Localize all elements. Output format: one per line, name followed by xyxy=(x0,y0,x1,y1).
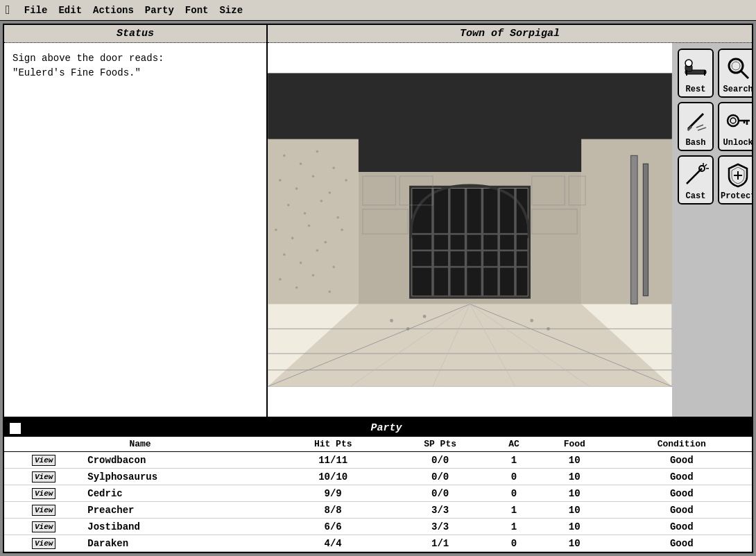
rest-button[interactable]: Rest xyxy=(678,49,714,98)
svg-point-48 xyxy=(316,249,319,252)
party-checkbox[interactable] xyxy=(10,423,21,434)
menu-edit[interactable]: Edit xyxy=(58,5,82,16)
member-ac-4: 1 xyxy=(490,519,538,535)
svg-point-39 xyxy=(320,200,323,202)
svg-point-28 xyxy=(283,155,286,157)
table-row: View Preacher 8/8 3/3 1 10 Good xyxy=(4,502,752,519)
svg-point-30 xyxy=(316,150,319,153)
party-title: Party xyxy=(26,422,746,434)
view-button-4[interactable]: View xyxy=(32,521,55,532)
rest-icon xyxy=(680,53,711,83)
table-row: View Cedric 9/9 0/0 0 10 Good xyxy=(4,485,752,502)
view-button-0[interactable]: View xyxy=(32,455,55,466)
member-food-4: 10 xyxy=(538,519,611,535)
table-row: View Sylphosaurus 10/10 0/0 0 10 Good xyxy=(4,469,752,485)
status-text: Sign above the door reads:"Eulerd's Fine… xyxy=(12,53,164,78)
svg-point-74 xyxy=(732,62,740,70)
svg-point-29 xyxy=(300,163,302,166)
col-food: Food xyxy=(538,437,611,452)
svg-rect-54 xyxy=(631,155,638,304)
member-food-2: 10 xyxy=(538,485,611,502)
col-name: Name xyxy=(4,437,276,452)
action-panel: Rest Search xyxy=(672,43,752,417)
game-header: Town of Sorpigal xyxy=(268,25,752,43)
table-row: View Daraken 4/4 1/1 0 10 Good xyxy=(4,535,752,552)
svg-point-66 xyxy=(547,327,550,331)
view-button-5[interactable]: View xyxy=(32,538,55,549)
svg-point-35 xyxy=(328,191,331,194)
svg-point-62 xyxy=(390,319,393,322)
view-btn-cell: View xyxy=(4,535,83,552)
member-condition-1: Good xyxy=(611,469,752,485)
top-area: Status Sign above the door reads:"Eulerd… xyxy=(4,25,752,418)
member-ac-3: 1 xyxy=(490,502,538,519)
svg-rect-15 xyxy=(581,139,672,304)
view-btn-cell: View xyxy=(4,452,83,469)
protect-button[interactable]: Protect xyxy=(718,155,752,205)
svg-point-38 xyxy=(304,212,307,215)
apple-menu[interactable]:  xyxy=(6,3,13,17)
member-food-0: 10 xyxy=(538,452,611,469)
unlock-button[interactable]: Unlock xyxy=(718,102,752,151)
member-ac-2: 0 xyxy=(490,485,538,502)
search-icon xyxy=(723,53,752,83)
svg-point-34 xyxy=(312,175,315,177)
bash-icon xyxy=(680,106,711,137)
member-condition-3: Good xyxy=(611,502,752,519)
svg-point-46 xyxy=(283,253,286,256)
bash-button[interactable]: Bash xyxy=(678,102,714,151)
unlock-icon xyxy=(723,106,752,137)
party-header: Party xyxy=(4,419,752,437)
member-ac-0: 1 xyxy=(490,452,538,469)
svg-point-49 xyxy=(332,266,335,268)
view-btn-cell: View xyxy=(4,519,83,535)
col-ac: AC xyxy=(490,437,538,452)
svg-point-80 xyxy=(728,115,739,126)
protect-label: Protect xyxy=(721,191,752,201)
svg-point-65 xyxy=(530,319,533,322)
member-condition-4: Good xyxy=(611,519,752,535)
menu-size[interactable]: Size xyxy=(219,5,243,16)
protect-icon xyxy=(723,159,752,190)
menu-file[interactable]: File xyxy=(24,5,48,16)
member-sppts-2: 0/0 xyxy=(390,485,490,502)
cast-icon xyxy=(680,159,711,190)
svg-line-73 xyxy=(741,71,748,78)
menu-party[interactable]: Party xyxy=(145,5,174,16)
status-content: Sign above the door reads:"Eulerd's Fine… xyxy=(4,43,266,417)
svg-point-36 xyxy=(345,179,347,182)
svg-point-50 xyxy=(279,278,282,281)
svg-point-47 xyxy=(300,261,302,264)
member-condition-0: Good xyxy=(611,452,752,469)
member-condition-5: Good xyxy=(611,535,752,552)
svg-point-41 xyxy=(275,229,277,232)
svg-point-44 xyxy=(325,241,327,244)
svg-point-63 xyxy=(406,327,410,331)
member-hitpts-4: 6/6 xyxy=(276,519,390,535)
table-row: View Crowdbacon 11/11 0/0 1 10 Good xyxy=(4,452,752,469)
svg-point-51 xyxy=(295,286,298,289)
svg-line-78 xyxy=(696,125,703,128)
member-name-1: Sylphosaurus xyxy=(83,469,276,485)
svg-point-42 xyxy=(291,237,294,240)
search-button[interactable]: Search xyxy=(718,49,752,98)
menu-actions[interactable]: Actions xyxy=(93,5,134,16)
member-food-3: 10 xyxy=(538,502,611,519)
member-ac-1: 0 xyxy=(490,469,538,485)
party-section: Party Name Hit Pts SP Pts AC Food Condit… xyxy=(4,418,752,552)
member-sppts-4: 3/3 xyxy=(390,519,490,535)
cast-button[interactable]: Cast xyxy=(678,155,714,205)
menu-bar:  File Edit Actions Party Font Size xyxy=(0,0,756,21)
svg-point-45 xyxy=(341,229,343,232)
menu-font[interactable]: Font xyxy=(185,5,209,16)
member-hitpts-1: 10/10 xyxy=(276,469,390,485)
view-button-3[interactable]: View xyxy=(32,505,55,516)
view-btn-cell: View xyxy=(4,485,83,502)
member-sppts-5: 1/1 xyxy=(390,535,490,552)
dungeon-view xyxy=(268,43,672,417)
view-btn-cell: View xyxy=(4,502,83,519)
svg-point-31 xyxy=(332,166,335,169)
view-button-1[interactable]: View xyxy=(32,471,55,483)
view-button-2[interactable]: View xyxy=(32,488,55,499)
game-content: Rest Search xyxy=(268,43,752,417)
